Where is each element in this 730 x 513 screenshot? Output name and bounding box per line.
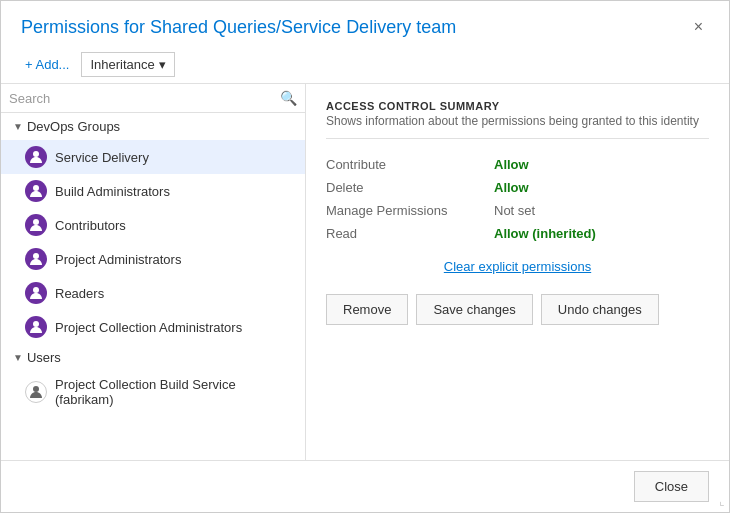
svg-point-2 xyxy=(33,219,39,225)
perm-value-delete: Allow xyxy=(494,178,709,197)
list-item-project-administrators[interactable]: Project Administrators xyxy=(1,242,305,276)
users-label: Users xyxy=(27,350,61,365)
close-button[interactable]: Close xyxy=(634,471,709,502)
list-item-readers[interactable]: Readers xyxy=(1,276,305,310)
permissions-table: Contribute Allow Delete Allow Manage Per… xyxy=(326,155,709,243)
list-item-label: Service Delivery xyxy=(55,150,149,165)
chevron-icon: ▼ xyxy=(13,352,23,363)
svg-point-0 xyxy=(33,151,39,157)
close-icon-button[interactable]: × xyxy=(688,17,709,37)
left-panel: 🔍 ▼ DevOps Groups Service Delivery xyxy=(1,84,306,460)
perm-label-read: Read xyxy=(326,224,486,243)
avatar-project-administrators xyxy=(25,248,47,270)
list-item-build-administrators[interactable]: Build Administrators xyxy=(1,174,305,208)
add-button[interactable]: + Add... xyxy=(21,55,73,74)
avatar-project-collection-administrators xyxy=(25,316,47,338)
group-list: ▼ DevOps Groups Service Delivery Build A… xyxy=(1,113,305,460)
inheritance-label: Inheritance xyxy=(90,57,154,72)
perm-value-manage: Not set xyxy=(494,201,709,220)
svg-point-3 xyxy=(33,253,39,259)
devops-groups-header[interactable]: ▼ DevOps Groups xyxy=(1,113,305,140)
perm-label-manage: Manage Permissions xyxy=(326,201,486,220)
list-item-label: Readers xyxy=(55,286,104,301)
perm-label-delete: Delete xyxy=(326,178,486,197)
content-area: 🔍 ▼ DevOps Groups Service Delivery xyxy=(1,83,729,460)
list-item-contributors[interactable]: Contributors xyxy=(1,208,305,242)
avatar-build-service xyxy=(25,381,47,403)
acs-subtitle: Shows information about the permissions … xyxy=(326,114,709,128)
search-icon: 🔍 xyxy=(280,90,297,106)
dialog-header: Permissions for Shared Queries/Service D… xyxy=(1,1,729,46)
list-item-project-collection-administrators[interactable]: Project Collection Administrators xyxy=(1,310,305,344)
list-item-label: Contributors xyxy=(55,218,126,233)
toolbar: + Add... Inheritance ▾ xyxy=(1,46,729,83)
avatar-service-delivery xyxy=(25,146,47,168)
users-header[interactable]: ▼ Users xyxy=(1,344,305,371)
devops-groups-label: DevOps Groups xyxy=(27,119,120,134)
svg-point-5 xyxy=(33,321,39,327)
search-box: 🔍 xyxy=(1,84,305,113)
svg-point-1 xyxy=(33,185,39,191)
clear-explicit-permissions-button[interactable]: Clear explicit permissions xyxy=(326,259,709,274)
acs-header: ACCESS CONTROL SUMMARY Shows information… xyxy=(326,100,709,139)
right-panel: ACCESS CONTROL SUMMARY Shows information… xyxy=(306,84,729,460)
remove-button[interactable]: Remove xyxy=(326,294,408,325)
avatar-build-administrators xyxy=(25,180,47,202)
avatar-readers xyxy=(25,282,47,304)
list-item-label: Project Collection Build Service (fabrik… xyxy=(55,377,293,407)
inheritance-button[interactable]: Inheritance ▾ xyxy=(81,52,174,77)
avatar-contributors xyxy=(25,214,47,236)
permissions-dialog: Permissions for Shared Queries/Service D… xyxy=(0,0,730,513)
acs-title: ACCESS CONTROL SUMMARY xyxy=(326,100,709,112)
resize-handle[interactable]: ⌞ xyxy=(719,494,725,508)
undo-changes-button[interactable]: Undo changes xyxy=(541,294,659,325)
action-buttons: Remove Save changes Undo changes xyxy=(326,294,709,325)
list-item-service-delivery[interactable]: Service Delivery xyxy=(1,140,305,174)
save-changes-button[interactable]: Save changes xyxy=(416,294,532,325)
dialog-title: Permissions for Shared Queries/Service D… xyxy=(21,17,456,38)
svg-point-6 xyxy=(33,386,39,392)
dialog-footer: Close xyxy=(1,460,729,512)
list-item-label: Build Administrators xyxy=(55,184,170,199)
chevron-icon: ▼ xyxy=(13,121,23,132)
perm-label-contribute: Contribute xyxy=(326,155,486,174)
chevron-down-icon: ▾ xyxy=(159,57,166,72)
search-input[interactable] xyxy=(9,91,274,106)
list-item-label: Project Collection Administrators xyxy=(55,320,242,335)
perm-value-read: Allow (inherited) xyxy=(494,224,709,243)
perm-value-contribute: Allow xyxy=(494,155,709,174)
svg-point-4 xyxy=(33,287,39,293)
list-item-build-service[interactable]: Project Collection Build Service (fabrik… xyxy=(1,371,305,413)
list-item-label: Project Administrators xyxy=(55,252,181,267)
